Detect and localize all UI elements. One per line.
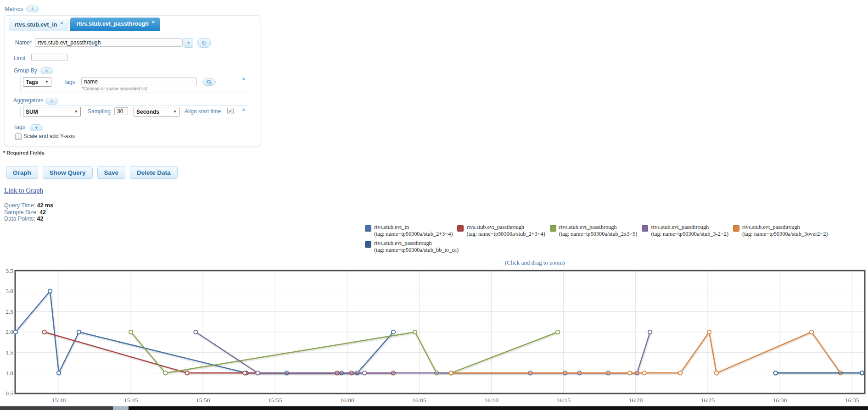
metric-tabs: rtvs.stub.evt_in × rtvs.stub.evt_passthr… [9,17,160,31]
series-swatch [365,241,371,248]
series-swatch [733,225,739,232]
add-metric-button[interactable]: + [26,6,39,12]
strip-segment [0,406,113,410]
svg-text:1.5: 1.5 [6,349,13,356]
sample-size-value: 42 [39,209,46,216]
graph-button[interactable]: Graph [6,166,38,179]
svg-text:1.0: 1.0 [6,370,13,377]
search-icon [207,79,212,85]
svg-text:0.5: 0.5 [6,390,13,397]
kairosdb-query-page: Metrics + rtvs.stub.evt_in × rtvs.stub.e… [0,0,868,410]
timeseries-chart[interactable]: 0.51.01.52.02.53.03.515:4015:4515:5015:5… [0,266,868,404]
sampling-label: Sampling [88,108,111,115]
legend-item[interactable]: rtvs.stub.evt_passthrough(tag: name=tp50… [733,224,828,237]
legend-item[interactable]: rtvs.stub.evt_passthrough(tag: name=tp50… [365,240,459,253]
select-value: Seconds [136,109,159,115]
select-value: SUM [26,109,38,115]
action-buttons: Graph Show Query Save Delete Data [6,166,178,179]
tab-label: rtvs.stub.evt_in [15,22,57,28]
query-stats: Query Time: 42 ms Sample Size: 42 Data P… [4,202,53,222]
svg-text:16:20: 16:20 [628,397,643,404]
tab-evt-in[interactable]: rtvs.stub.evt_in × [9,19,68,31]
legend-item[interactable]: rtvs.stub.evt_passthrough(tag: name=tp50… [642,224,728,237]
chevron-down-icon: ▼ [173,110,177,114]
legend-item[interactable]: rtvs.stub.evt_passthrough(tag: name=tp50… [550,224,638,237]
svg-text:16:15: 16:15 [556,397,571,404]
refresh-button[interactable]: ↻ [197,38,211,48]
svg-text:16:10: 16:10 [484,397,498,404]
query-time-row: Query Time: 42 ms [4,202,53,209]
tab-close-icon[interactable]: × [152,19,155,25]
group-by-tags-input[interactable] [81,78,197,85]
series-swatch [457,225,464,232]
delete-data-button[interactable]: Delete Data [130,166,178,179]
link-to-graph[interactable]: Link to Graph [4,187,43,194]
svg-text:16:30: 16:30 [773,397,787,404]
zoom-hint: (Click and drag to zoom) [475,259,594,266]
remove-aggregator-icon[interactable]: × [242,107,245,112]
chart-plot-area[interactable]: 0.51.01.52.02.53.03.515:4015:4515:5015:5… [0,266,868,404]
required-fields-note: * Required Fields [3,150,45,155]
svg-text:16:25: 16:25 [701,397,715,404]
svg-text:2.5: 2.5 [6,308,13,315]
svg-text:2.0: 2.0 [6,328,13,335]
sampling-unit-select[interactable]: Seconds ▼ [134,107,179,116]
select-value: Tags [26,79,38,85]
chevron-down-icon: ▼ [74,110,78,114]
metric-panel: rtvs.stub.evt_in × rtvs.stub.evt_passthr… [5,15,260,146]
group-by-hint: *Comma or space separated list [82,86,147,91]
plus-icon: + [50,99,53,104]
legend-item[interactable]: rtvs.stub.evt_in(tag: name=tp50300a/stub… [365,224,453,237]
align-start-time-checkbox[interactable]: ✓ [227,108,234,114]
scale-y-axis-checkbox[interactable] [15,133,22,140]
tag-search-button[interactable] [202,78,216,86]
data-points-value: 42 [37,216,44,222]
group-by-type-select[interactable]: Tags ▼ [23,77,51,87]
legend-text: rtvs.stub.evt_passthrough(tag: name=tp50… [742,224,828,237]
legend-text: rtvs.stub.evt_passthrough(tag: name=tp50… [466,224,545,237]
series-swatch [550,225,556,232]
chart-legend: rtvs.stub.evt_in(tag: name=tp50300a/stub… [365,224,865,256]
tab-label: rtvs.stub.evt_passthrough [77,21,149,27]
sample-size-label: Sample Size: [4,209,38,216]
svg-text:15:40: 15:40 [52,397,66,404]
check-icon: ✓ [229,109,232,114]
legend-text: rtvs.stub.evt_passthrough(tag: name=tp50… [374,240,459,253]
sampling-value-input[interactable] [114,107,128,115]
plus-icon: + [35,125,38,130]
metric-name-input[interactable] [35,38,183,47]
align-start-time-label: Align start time [185,108,221,115]
name-dropdown-button[interactable]: ▼ [184,38,193,48]
query-time-label: Query Time: [4,202,35,209]
save-button[interactable]: Save [97,166,126,179]
tab-evt-passthrough[interactable]: rtvs.stub.evt_passthrough × [70,17,160,31]
svg-text:15:45: 15:45 [124,397,138,404]
svg-text:15:50: 15:50 [196,397,210,404]
show-query-button[interactable]: Show Query [43,166,93,179]
strip-segment [113,406,129,410]
legend-text: rtvs.stub.evt_in(tag: name=tp50300a/stub… [374,224,453,237]
limit-input[interactable] [31,54,68,61]
scale-y-axis-label: Scale and add Y-axis [23,133,75,139]
chevron-down-icon: ▼ [187,41,190,45]
add-aggregator-button[interactable]: + [45,98,58,105]
svg-text:3.0: 3.0 [6,288,13,294]
data-points-row: Data Points: 42 [4,216,53,222]
query-time-value: 42 ms [37,202,53,209]
aggregator-fn-select[interactable]: SUM ▼ [23,107,81,116]
add-tag-button[interactable]: + [30,124,43,131]
plus-icon: + [45,68,48,73]
sample-size-row: Sample Size: 42 [4,209,53,216]
legend-row: rtvs.stub.evt_passthrough(tag: name=tp50… [365,240,865,253]
svg-text:16:05: 16:05 [412,397,426,404]
add-group-by-button[interactable]: + [40,67,53,74]
aggregator-row: SUM ▼ Sampling Seconds ▼ Align start tim… [20,105,249,118]
tab-close-icon[interactable]: × [60,20,63,26]
metrics-label: Metrics [5,6,23,12]
remove-group-by-icon[interactable]: × [242,76,245,82]
data-points-label: Data Points: [4,216,35,222]
legend-item[interactable]: rtvs.stub.evt_passthrough(tag: name=tp50… [457,224,545,237]
series-swatch [642,225,648,232]
svg-text:15:55: 15:55 [268,397,282,404]
metrics-header: Metrics + [5,6,39,12]
